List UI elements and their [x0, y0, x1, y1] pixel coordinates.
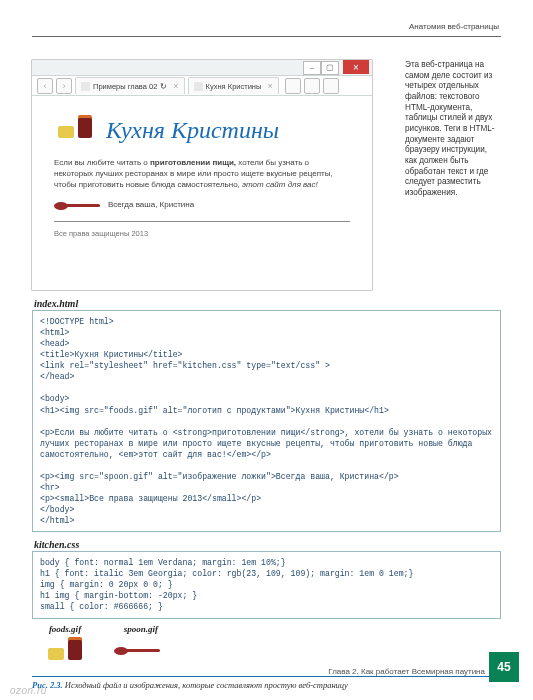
header-rule: [32, 36, 501, 37]
signature-text: Всегда ваша, Кристина: [108, 200, 194, 209]
home-button[interactable]: [285, 78, 301, 94]
star-button[interactable]: [304, 78, 320, 94]
running-head: Анатомия веб-страницы: [409, 22, 499, 31]
spoon-image-icon: [114, 646, 160, 654]
page-icon: [194, 82, 203, 91]
browser-screenshot: – ▢ × ‹ › Примеры глава 02 ↻ × Кухня Кри…: [32, 60, 372, 290]
refresh-icon: ↻: [160, 82, 167, 91]
browser-toolbar: ‹ › Примеры глава 02 ↻ × Кухня Кристины …: [32, 76, 372, 96]
spoon-icon: [54, 201, 100, 209]
code-block-css: body { font: normal 1em Verdana; margin:…: [32, 551, 501, 618]
intro-paragraph: Если вы любите читать о приготовлении пи…: [54, 158, 350, 190]
back-button[interactable]: ‹: [37, 78, 53, 94]
copyright: Все права защищены 2013: [54, 229, 148, 238]
close-button[interactable]: ×: [343, 60, 369, 74]
tab-folder[interactable]: Примеры глава 02 ↻ ×: [75, 77, 185, 94]
source-listings: index.html <!DOCTYPE html> <html> <head>…: [32, 298, 501, 690]
heading-text: Кухня Кристины: [106, 117, 279, 144]
gear-button[interactable]: [323, 78, 339, 94]
signature-line: Всегда ваша, Кристина: [54, 200, 350, 211]
foods-logo-icon: [54, 114, 96, 144]
margin-note: Эта веб-страница на самом деле состоит и…: [405, 60, 501, 199]
tab-close-icon[interactable]: ×: [267, 81, 272, 91]
file-label-html: index.html: [34, 298, 501, 309]
minimize-button[interactable]: –: [303, 61, 321, 75]
tab-label: Кухня Кристины: [206, 82, 262, 91]
forward-button[interactable]: ›: [56, 78, 72, 94]
page-number-badge: 45: [489, 652, 519, 682]
file-label-css: kitchen.css: [34, 539, 501, 550]
tab-page[interactable]: Кухня Кристины ×: [188, 77, 279, 94]
file-label-foods: foods.gif: [49, 624, 81, 634]
page-content: Кухня Кристины Если вы любите читать о п…: [32, 96, 372, 248]
foods-image-icon: [44, 636, 86, 666]
chapter-footer: Глава 2. Как работает Всемирная паутина: [328, 667, 485, 676]
watermark: ozon.ru: [10, 685, 47, 696]
window-titlebar: – ▢ ×: [32, 60, 372, 76]
caption-text: Исходный файл и изображения, которые сос…: [63, 680, 348, 690]
file-label-spoon: spoon.gif: [124, 624, 158, 634]
page-heading: Кухня Кристины: [54, 114, 350, 144]
divider: [54, 221, 350, 222]
maximize-button[interactable]: ▢: [321, 61, 339, 75]
code-block-html: <!DOCTYPE html> <html> <head> <title>Кух…: [32, 310, 501, 532]
tab-label: Примеры глава 02: [93, 82, 157, 91]
image-assets-row: foods.gif spoon.gif: [44, 624, 501, 666]
book-page: Анатомия веб-страницы Эта веб-страница н…: [0, 0, 533, 700]
tab-close-icon[interactable]: ×: [173, 81, 178, 91]
figure-caption: Рис. 2.3. Исходный файл и изображения, к…: [32, 680, 501, 690]
folder-icon: [81, 82, 90, 91]
